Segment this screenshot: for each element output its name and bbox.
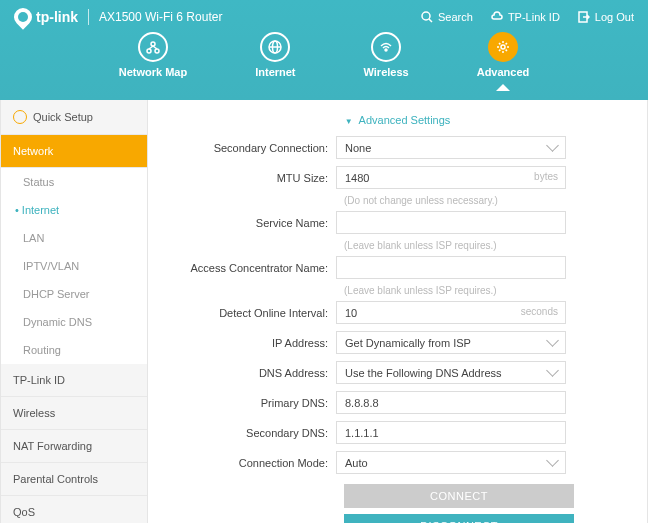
svg-point-13: [501, 45, 505, 49]
logout-label: Log Out: [595, 11, 634, 23]
logo-icon: [10, 4, 35, 29]
sidebar-sub-routing[interactable]: Routing: [1, 336, 147, 364]
svg-line-8: [153, 46, 157, 49]
sidebar-sub-internet[interactable]: Internet: [1, 196, 147, 224]
disconnect-button[interactable]: DISCONNECT: [344, 514, 574, 523]
nav-advanced-label: Advanced: [477, 66, 530, 78]
svg-point-4: [151, 42, 155, 46]
brand-logo: tp-link: [14, 8, 78, 26]
advanced-settings-toggle[interactable]: Advanced Settings: [148, 108, 647, 132]
ac-name-input[interactable]: [336, 256, 566, 279]
sidebar-qos[interactable]: QoS: [1, 496, 147, 523]
mtu-label: MTU Size:: [176, 172, 336, 184]
content-panel: Advanced Settings Secondary Connection: …: [148, 100, 648, 523]
search-link[interactable]: Search: [421, 11, 473, 23]
svg-point-12: [385, 49, 387, 51]
service-label: Service Name:: [176, 217, 336, 229]
ip-addr-select[interactable]: Get Dynamically from ISP: [336, 331, 566, 354]
conn-mode-label: Connection Mode:: [176, 457, 336, 469]
wifi-icon: [379, 40, 393, 54]
search-label: Search: [438, 11, 473, 23]
sidebar-sub-status[interactable]: Status: [1, 168, 147, 196]
dns-addr-label: DNS Address:: [176, 367, 336, 379]
mtu-input[interactable]: [336, 166, 566, 189]
nav-internet-label: Internet: [255, 66, 295, 78]
mtu-hint: (Do not change unless necessary.): [176, 193, 619, 206]
nav-wireless-label: Wireless: [364, 66, 409, 78]
search-icon: [421, 11, 433, 23]
service-input[interactable]: [336, 211, 566, 234]
model-name: AX1500 Wi-Fi 6 Router: [99, 10, 222, 24]
header: tp-link AX1500 Wi-Fi 6 Router Search TP-…: [0, 0, 648, 100]
svg-point-6: [155, 49, 159, 53]
sidebar-quick-setup[interactable]: Quick Setup: [1, 100, 147, 135]
sidebar-sub-ddns[interactable]: Dynamic DNS: [1, 308, 147, 336]
network-map-icon: [146, 40, 160, 54]
conn-mode-select[interactable]: Auto: [336, 451, 566, 474]
primary-dns-input[interactable]: [336, 391, 566, 414]
svg-point-0: [422, 12, 430, 20]
connect-button: CONNECT: [344, 484, 574, 508]
sidebar-sub-iptv[interactable]: IPTV/VLAN: [1, 252, 147, 280]
nav-wireless[interactable]: Wireless: [364, 32, 409, 78]
secondary-dns-input[interactable]: [336, 421, 566, 444]
nav-network-map-label: Network Map: [119, 66, 187, 78]
nav-network-map[interactable]: Network Map: [119, 32, 187, 78]
sidebar-wireless[interactable]: Wireless: [1, 397, 147, 430]
sidebar-parental[interactable]: Parental Controls: [1, 463, 147, 496]
ac-name-label: Access Concentrator Name:: [176, 262, 336, 274]
service-hint: (Leave blank unless ISP requires.): [176, 238, 619, 251]
primary-dns-label: Primary DNS:: [176, 397, 336, 409]
ip-addr-label: IP Address:: [176, 337, 336, 349]
svg-line-7: [149, 46, 153, 49]
sidebar-tplink-id[interactable]: TP-Link ID: [1, 364, 147, 397]
brand-text: tp-link: [36, 9, 78, 25]
svg-line-1: [429, 19, 432, 22]
logout-icon: [578, 11, 590, 23]
secondary-dns-label: Secondary DNS:: [176, 427, 336, 439]
gear-icon: [496, 40, 510, 54]
detect-unit: seconds: [521, 306, 558, 317]
tplink-id-link[interactable]: TP-Link ID: [491, 11, 560, 23]
globe-icon: [268, 40, 282, 54]
sidebar-sub-lan[interactable]: LAN: [1, 224, 147, 252]
secondary-conn-label: Secondary Connection:: [176, 142, 336, 154]
secondary-conn-select[interactable]: None: [336, 136, 566, 159]
detect-label: Detect Online Interval:: [176, 307, 336, 319]
dns-addr-select[interactable]: Use the Following DNS Address: [336, 361, 566, 384]
svg-point-5: [147, 49, 151, 53]
sidebar: Quick Setup Network Status Internet LAN …: [0, 100, 148, 523]
nav-advanced[interactable]: Advanced: [477, 32, 530, 78]
nav-internet[interactable]: Internet: [255, 32, 295, 78]
sidebar-network[interactable]: Network: [1, 135, 147, 168]
ac-name-hint: (Leave blank unless ISP requires.): [176, 283, 619, 296]
tplink-id-label: TP-Link ID: [508, 11, 560, 23]
cloud-icon: [491, 11, 503, 23]
sidebar-nat[interactable]: NAT Forwarding: [1, 430, 147, 463]
sidebar-sub-dhcp[interactable]: DHCP Server: [1, 280, 147, 308]
logout-link[interactable]: Log Out: [578, 11, 634, 23]
mtu-unit: bytes: [534, 171, 558, 182]
divider: [88, 9, 89, 25]
